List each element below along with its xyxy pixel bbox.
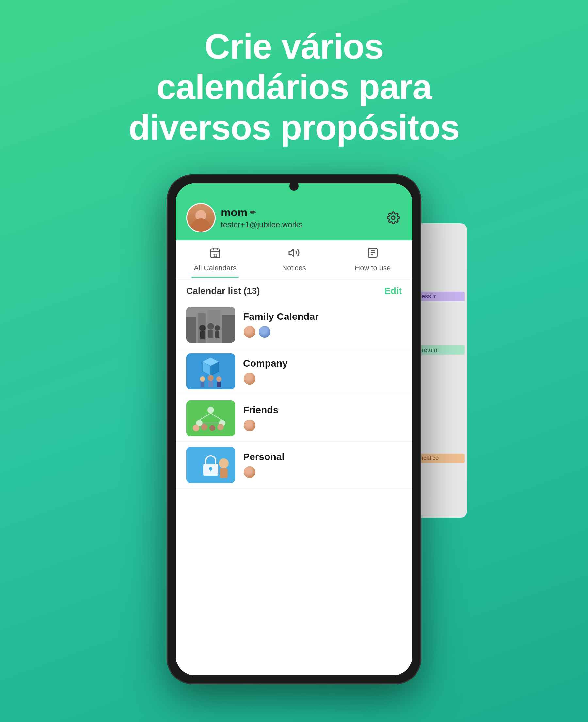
svg-point-21 (215, 325, 220, 330)
edit-icon[interactable]: ✏ (250, 208, 256, 217)
phone-shell: mom ✏ tester+1@jubilee.works (167, 174, 421, 684)
headline-line1: Crie vários (205, 26, 383, 66)
svg-point-29 (208, 375, 214, 381)
tab-notices[interactable]: Notices (254, 240, 333, 278)
profile-section: mom ✏ tester+1@jubilee.works (186, 203, 302, 233)
family-calendar-info: Family Calendar (243, 311, 402, 338)
personal-calendar-thumbnail (186, 447, 235, 483)
headline: Crie vários calendários para diversos pr… (89, 26, 499, 148)
svg-rect-28 (201, 382, 205, 387)
svg-rect-13 (186, 317, 196, 343)
profile-email: tester+1@jubilee.works (221, 220, 302, 229)
svg-rect-30 (208, 381, 213, 387)
svg-point-34 (207, 407, 214, 413)
svg-point-43 (217, 424, 224, 430)
svg-point-19 (207, 323, 214, 329)
headline-line2: calendários para (156, 67, 432, 106)
personal-calendar-name: Personal (243, 451, 402, 462)
content-area: Calendar list (13) Edit (176, 278, 412, 675)
tab-bar: 31 All Calendars No (176, 240, 412, 278)
svg-rect-20 (208, 329, 213, 338)
svg-point-31 (216, 376, 222, 382)
tab-all-calendars-label: All Calendars (194, 264, 236, 273)
calendar-item-family[interactable]: Family Calendar (176, 301, 412, 348)
friends-calendar-name: Friends (243, 404, 402, 416)
svg-rect-49 (220, 468, 228, 478)
member-avatar-2 (258, 325, 271, 338)
family-calendar-name: Family Calendar (243, 311, 402, 322)
svg-point-17 (199, 325, 206, 331)
svg-rect-32 (217, 382, 221, 387)
svg-rect-33 (186, 400, 235, 436)
calendar-item-friends[interactable]: Friends (176, 395, 412, 442)
svg-rect-16 (222, 315, 235, 343)
phone-mockup: Sat 1 8 Business tr 15 Book return 22 29… (134, 174, 454, 691)
svg-rect-22 (215, 330, 219, 338)
tab-all-calendars[interactable]: 31 All Calendars (176, 240, 254, 278)
svg-point-41 (201, 424, 207, 430)
company-calendar-info: Company (243, 358, 402, 385)
member-avatar-friends-1 (243, 419, 256, 432)
profile-name-text: mom (221, 206, 247, 219)
personal-calendar-info: Personal (243, 451, 402, 479)
settings-icon[interactable] (385, 209, 402, 226)
calendar-list-header: Calendar list (13) Edit (176, 278, 412, 301)
friends-calendar-info: Friends (243, 404, 402, 432)
tab-how-to-use[interactable]: How to use (334, 240, 412, 278)
calendar-list-title: Calendar list (13) (186, 286, 260, 296)
tab-notices-label: Notices (282, 264, 306, 273)
svg-point-0 (392, 216, 395, 219)
notices-icon (288, 247, 300, 261)
app-header: mom ✏ tester+1@jubilee.works (176, 183, 412, 240)
calendar-icon: 31 (209, 247, 221, 261)
app-screen: mom ✏ tester+1@jubilee.works (176, 183, 412, 675)
personal-calendar-members (243, 466, 402, 479)
avatar-image (187, 204, 215, 232)
family-calendar-members (243, 325, 402, 338)
tab-how-to-use-label: How to use (355, 264, 391, 273)
edit-button[interactable]: Edit (384, 286, 402, 296)
svg-point-27 (200, 376, 205, 382)
company-calendar-thumbnail (186, 354, 235, 389)
member-avatar-1 (243, 325, 256, 338)
headline-line3: diversos propósitos (128, 107, 459, 147)
svg-point-40 (193, 425, 199, 431)
calendar-item-company[interactable]: Company (176, 348, 412, 395)
company-calendar-name: Company (243, 358, 402, 369)
profile-name: mom ✏ (221, 206, 302, 219)
svg-text:31: 31 (213, 254, 217, 257)
friends-calendar-thumbnail (186, 400, 235, 436)
svg-rect-18 (200, 331, 205, 339)
member-avatar-company-1 (243, 372, 256, 385)
phone-camera (289, 181, 299, 190)
svg-point-48 (219, 458, 229, 468)
svg-marker-6 (289, 249, 294, 256)
member-avatar-personal-1 (243, 466, 256, 479)
svg-point-42 (209, 425, 215, 431)
svg-rect-47 (210, 468, 211, 471)
calendar-item-personal[interactable]: Personal (176, 442, 412, 488)
profile-info: mom ✏ tester+1@jubilee.works (221, 206, 302, 229)
phone-screen: mom ✏ tester+1@jubilee.works (176, 183, 412, 675)
avatar (186, 203, 216, 233)
family-calendar-thumbnail (186, 307, 235, 343)
company-calendar-members (243, 372, 402, 385)
how-to-use-icon (367, 247, 379, 261)
friends-calendar-members (243, 419, 402, 432)
